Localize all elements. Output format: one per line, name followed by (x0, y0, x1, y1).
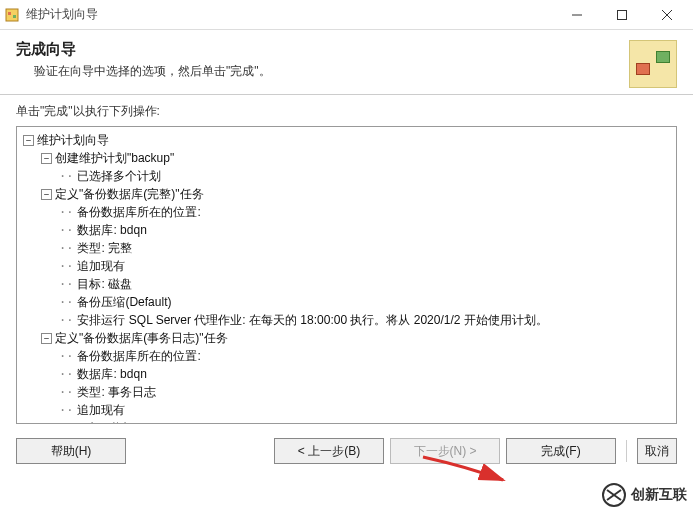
tree-item: ··备份压缩(Default) (23, 293, 670, 311)
next-button: 下一步(N) > (390, 438, 500, 464)
minimize-button[interactable] (554, 0, 599, 30)
tree-item-label: 安排运行 SQL Server 代理作业: 在每天的 18:00:00 执行。将… (77, 311, 547, 329)
window-controls (554, 0, 689, 30)
tree-item: ··类型: 完整 (23, 239, 670, 257)
tree-item-label: 数据库: bdqn (77, 365, 146, 383)
watermark: 创新互联 (595, 476, 693, 514)
tree-toggle-icon[interactable]: − (41, 153, 52, 164)
tree-item-label: 创建维护计划"backup" (55, 149, 174, 167)
tree-item-label: 定义"备份数据库(完整)"任务 (55, 185, 204, 203)
tree-item: ··类型: 事务日志 (23, 383, 670, 401)
content-area: 单击"完成"以执行下列操作: −维护计划向导−创建维护计划"backup"··已… (0, 95, 693, 428)
tree-item: ··备份数据库所在的位置: (23, 203, 670, 221)
tree-item-label: 目标: 磁盘 (77, 419, 132, 424)
tree-item-label: 追加现有 (77, 257, 125, 275)
tree-item-label: 类型: 事务日志 (77, 383, 156, 401)
tree-item: ··备份数据库所在的位置: (23, 347, 670, 365)
tree-item-label: 备份数据库所在的位置: (77, 203, 200, 221)
tree-item: ··已选择多个计划 (23, 167, 670, 185)
tree-item: −维护计划向导 (23, 131, 670, 149)
finish-button[interactable]: 完成(F) (506, 438, 616, 464)
close-button[interactable] (644, 0, 689, 30)
page-title: 完成向导 (16, 40, 619, 59)
watermark-text: 创新互联 (631, 486, 687, 504)
app-icon (4, 7, 20, 23)
svg-rect-4 (617, 10, 626, 19)
cancel-button[interactable]: 取消 (637, 438, 677, 464)
wizard-icon (629, 40, 677, 88)
tree-item: −创建维护计划"backup" (23, 149, 670, 167)
tree-toggle-icon[interactable]: − (23, 135, 34, 146)
button-row: 帮助(H) < 上一步(B) 下一步(N) > 完成(F) 取消 (0, 428, 693, 474)
tree-item-label: 类型: 完整 (77, 239, 132, 257)
tree-toggle-icon[interactable]: − (41, 189, 52, 200)
svg-rect-1 (8, 12, 11, 15)
page-subtitle: 验证在向导中选择的选项，然后单击"完成"。 (16, 63, 619, 80)
tree-item: ··目标: 磁盘 (23, 275, 670, 293)
tree-item: ··追加现有 (23, 257, 670, 275)
tree-item: ··数据库: bdqn (23, 221, 670, 239)
tree-item-label: 备份压缩(Default) (77, 293, 171, 311)
tree-item: −定义"备份数据库(完整)"任务 (23, 185, 670, 203)
tree-item-label: 维护计划向导 (37, 131, 109, 149)
tree-item: −定义"备份数据库(事务日志)"任务 (23, 329, 670, 347)
help-button[interactable]: 帮助(H) (16, 438, 126, 464)
summary-tree[interactable]: −维护计划向导−创建维护计划"backup"··已选择多个计划−定义"备份数据库… (16, 126, 677, 424)
tree-item: ··安排运行 SQL Server 代理作业: 在每天的 18:00:00 执行… (23, 311, 670, 329)
instruction-text: 单击"完成"以执行下列操作: (16, 103, 677, 120)
title-bar: 维护计划向导 (0, 0, 693, 30)
tree-item-label: 已选择多个计划 (77, 167, 161, 185)
tree-toggle-icon[interactable]: − (41, 333, 52, 344)
maximize-button[interactable] (599, 0, 644, 30)
tree-item-label: 追加现有 (77, 401, 125, 419)
tree-item-label: 定义"备份数据库(事务日志)"任务 (55, 329, 228, 347)
separator (626, 440, 627, 462)
window-title: 维护计划向导 (26, 6, 554, 23)
tree-item: ··目标: 磁盘 (23, 419, 670, 424)
tree-item: ··数据库: bdqn (23, 365, 670, 383)
tree-item-label: 备份数据库所在的位置: (77, 347, 200, 365)
tree-item-label: 目标: 磁盘 (77, 275, 132, 293)
back-button[interactable]: < 上一步(B) (274, 438, 384, 464)
wizard-header: 完成向导 验证在向导中选择的选项，然后单击"完成"。 (0, 30, 693, 95)
tree-item-label: 数据库: bdqn (77, 221, 146, 239)
tree-item: ··追加现有 (23, 401, 670, 419)
svg-rect-0 (6, 9, 18, 21)
svg-rect-2 (13, 15, 16, 18)
